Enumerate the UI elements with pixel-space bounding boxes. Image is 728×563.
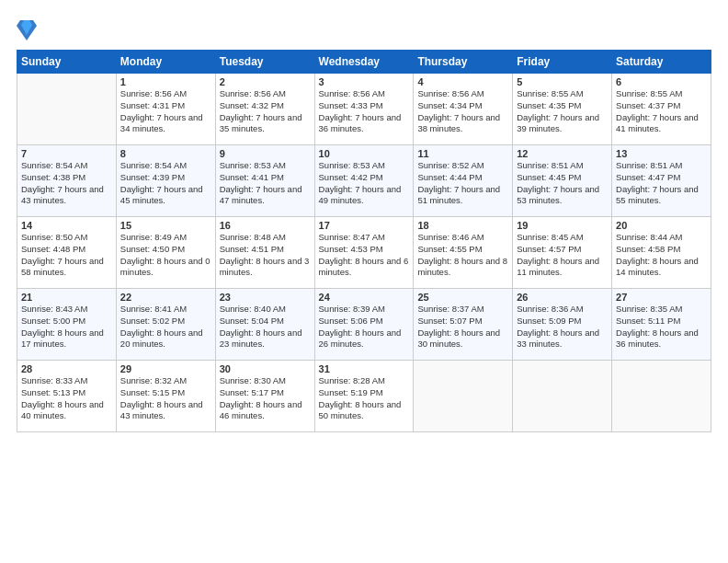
day-info: Sunrise: 8:55 AMSunset: 4:37 PMDaylight:…	[616, 88, 707, 135]
calendar-cell: 16Sunrise: 8:48 AMSunset: 4:51 PMDayligh…	[215, 217, 314, 289]
header-wednesday: Wednesday	[314, 51, 414, 74]
day-info: Sunrise: 8:56 AMSunset: 4:32 PMDaylight:…	[220, 88, 311, 135]
day-number: 10	[319, 148, 410, 159]
week-row-4: 21Sunrise: 8:43 AMSunset: 5:00 PMDayligh…	[17, 289, 711, 361]
week-row-5: 28Sunrise: 8:33 AMSunset: 5:13 PMDayligh…	[17, 361, 711, 432]
day-number: 8	[120, 148, 211, 159]
day-number: 24	[319, 292, 410, 303]
day-info: Sunrise: 8:39 AMSunset: 5:06 PMDaylight:…	[319, 304, 410, 350]
week-row-2: 7Sunrise: 8:54 AMSunset: 4:38 PMDaylight…	[17, 145, 711, 217]
calendar-cell: 9Sunrise: 8:53 AMSunset: 4:41 PMDaylight…	[215, 145, 314, 217]
calendar-cell: 13Sunrise: 8:51 AMSunset: 4:47 PMDayligh…	[612, 145, 711, 217]
calendar-cell: 23Sunrise: 8:40 AMSunset: 5:04 PMDayligh…	[215, 289, 314, 361]
day-number: 21	[21, 292, 112, 303]
day-number: 5	[517, 76, 608, 87]
day-info: Sunrise: 8:37 AMSunset: 5:07 PMDaylight:…	[417, 304, 508, 350]
calendar-cell: 11Sunrise: 8:52 AMSunset: 4:44 PMDayligh…	[414, 145, 513, 217]
day-info: Sunrise: 8:54 AMSunset: 4:38 PMDaylight:…	[21, 160, 112, 207]
day-number: 30	[220, 363, 311, 374]
day-info: Sunrise: 8:36 AMSunset: 5:09 PMDaylight:…	[517, 304, 608, 350]
header-tuesday: Tuesday	[215, 51, 314, 74]
day-number: 16	[220, 220, 311, 231]
calendar-cell: 29Sunrise: 8:32 AMSunset: 5:15 PMDayligh…	[116, 361, 215, 432]
day-number: 23	[220, 292, 311, 303]
logo-icon	[17, 17, 37, 42]
calendar-cell: 25Sunrise: 8:37 AMSunset: 5:07 PMDayligh…	[414, 289, 513, 361]
calendar-cell: 14Sunrise: 8:50 AMSunset: 4:48 PMDayligh…	[17, 217, 117, 289]
day-info: Sunrise: 8:49 AMSunset: 4:50 PMDaylight:…	[120, 232, 211, 279]
day-number: 6	[616, 76, 707, 87]
calendar-cell: 21Sunrise: 8:43 AMSunset: 5:00 PMDayligh…	[17, 289, 117, 361]
day-number: 20	[616, 220, 707, 231]
calendar-cell: 2Sunrise: 8:56 AMSunset: 4:32 PMDaylight…	[215, 74, 314, 145]
calendar-cell: 20Sunrise: 8:44 AMSunset: 4:58 PMDayligh…	[612, 217, 711, 289]
calendar-cell: 24Sunrise: 8:39 AMSunset: 5:06 PMDayligh…	[314, 289, 414, 361]
header	[17, 17, 711, 42]
calendar-cell	[414, 361, 513, 432]
day-info: Sunrise: 8:55 AMSunset: 4:35 PMDaylight:…	[517, 88, 608, 135]
day-info: Sunrise: 8:40 AMSunset: 5:04 PMDaylight:…	[220, 304, 311, 350]
header-monday: Monday	[116, 51, 215, 74]
calendar-cell: 3Sunrise: 8:56 AMSunset: 4:33 PMDaylight…	[314, 74, 414, 145]
day-info: Sunrise: 8:30 AMSunset: 5:17 PMDaylight:…	[220, 375, 311, 422]
day-number: 26	[517, 292, 608, 303]
calendar-cell: 30Sunrise: 8:30 AMSunset: 5:17 PMDayligh…	[215, 361, 314, 432]
calendar-cell: 28Sunrise: 8:33 AMSunset: 5:13 PMDayligh…	[17, 361, 117, 432]
day-info: Sunrise: 8:47 AMSunset: 4:53 PMDaylight:…	[319, 232, 410, 279]
day-info: Sunrise: 8:35 AMSunset: 5:11 PMDaylight:…	[616, 304, 707, 350]
day-number: 17	[319, 220, 410, 231]
week-row-1: 1Sunrise: 8:56 AMSunset: 4:31 PMDaylight…	[17, 74, 711, 145]
calendar-cell: 1Sunrise: 8:56 AMSunset: 4:31 PMDaylight…	[116, 74, 215, 145]
day-number: 27	[616, 292, 707, 303]
day-info: Sunrise: 8:53 AMSunset: 4:42 PMDaylight:…	[319, 160, 410, 207]
day-number: 11	[417, 148, 508, 159]
day-number: 22	[120, 292, 211, 303]
calendar-cell: 15Sunrise: 8:49 AMSunset: 4:50 PMDayligh…	[116, 217, 215, 289]
logo	[17, 17, 40, 42]
calendar-cell	[513, 361, 612, 432]
calendar-cell: 7Sunrise: 8:54 AMSunset: 4:38 PMDaylight…	[17, 145, 117, 217]
header-row: SundayMondayTuesdayWednesdayThursdayFrid…	[17, 51, 711, 74]
calendar-cell: 8Sunrise: 8:54 AMSunset: 4:39 PMDaylight…	[116, 145, 215, 217]
calendar-cell: 17Sunrise: 8:47 AMSunset: 4:53 PMDayligh…	[314, 217, 414, 289]
day-number: 2	[220, 76, 311, 87]
header-saturday: Saturday	[612, 51, 711, 74]
calendar-cell: 22Sunrise: 8:41 AMSunset: 5:02 PMDayligh…	[116, 289, 215, 361]
calendar-cell	[17, 74, 117, 145]
day-number: 15	[120, 220, 211, 231]
day-info: Sunrise: 8:32 AMSunset: 5:15 PMDaylight:…	[120, 375, 211, 422]
day-number: 4	[417, 76, 508, 87]
day-info: Sunrise: 8:51 AMSunset: 4:47 PMDaylight:…	[616, 160, 707, 207]
calendar-cell: 18Sunrise: 8:46 AMSunset: 4:55 PMDayligh…	[414, 217, 513, 289]
header-sunday: Sunday	[17, 51, 117, 74]
day-info: Sunrise: 8:53 AMSunset: 4:41 PMDaylight:…	[220, 160, 311, 207]
day-number: 14	[21, 220, 112, 231]
header-thursday: Thursday	[414, 51, 513, 74]
day-info: Sunrise: 8:45 AMSunset: 4:57 PMDaylight:…	[517, 232, 608, 279]
day-info: Sunrise: 8:50 AMSunset: 4:48 PMDaylight:…	[21, 232, 112, 279]
day-number: 25	[417, 292, 508, 303]
day-number: 9	[220, 148, 311, 159]
day-info: Sunrise: 8:52 AMSunset: 4:44 PMDaylight:…	[417, 160, 508, 207]
calendar-cell: 4Sunrise: 8:56 AMSunset: 4:34 PMDaylight…	[414, 74, 513, 145]
day-number: 1	[120, 76, 211, 87]
calendar-cell: 19Sunrise: 8:45 AMSunset: 4:57 PMDayligh…	[513, 217, 612, 289]
calendar-cell	[612, 361, 711, 432]
day-info: Sunrise: 8:46 AMSunset: 4:55 PMDaylight:…	[417, 232, 508, 279]
day-number: 31	[319, 363, 410, 374]
calendar-table: SundayMondayTuesdayWednesdayThursdayFrid…	[17, 50, 711, 432]
calendar-cell: 10Sunrise: 8:53 AMSunset: 4:42 PMDayligh…	[314, 145, 414, 217]
day-info: Sunrise: 8:28 AMSunset: 5:19 PMDaylight:…	[319, 375, 410, 422]
day-info: Sunrise: 8:51 AMSunset: 4:45 PMDaylight:…	[517, 160, 608, 207]
day-number: 29	[120, 363, 211, 374]
header-friday: Friday	[513, 51, 612, 74]
calendar-cell: 5Sunrise: 8:55 AMSunset: 4:35 PMDaylight…	[513, 74, 612, 145]
day-info: Sunrise: 8:56 AMSunset: 4:31 PMDaylight:…	[120, 88, 211, 135]
calendar-cell: 26Sunrise: 8:36 AMSunset: 5:09 PMDayligh…	[513, 289, 612, 361]
day-info: Sunrise: 8:43 AMSunset: 5:00 PMDaylight:…	[21, 304, 112, 350]
day-number: 3	[319, 76, 410, 87]
day-info: Sunrise: 8:54 AMSunset: 4:39 PMDaylight:…	[120, 160, 211, 207]
calendar-cell: 12Sunrise: 8:51 AMSunset: 4:45 PMDayligh…	[513, 145, 612, 217]
calendar-cell: 31Sunrise: 8:28 AMSunset: 5:19 PMDayligh…	[314, 361, 414, 432]
day-info: Sunrise: 8:41 AMSunset: 5:02 PMDaylight:…	[120, 304, 211, 350]
